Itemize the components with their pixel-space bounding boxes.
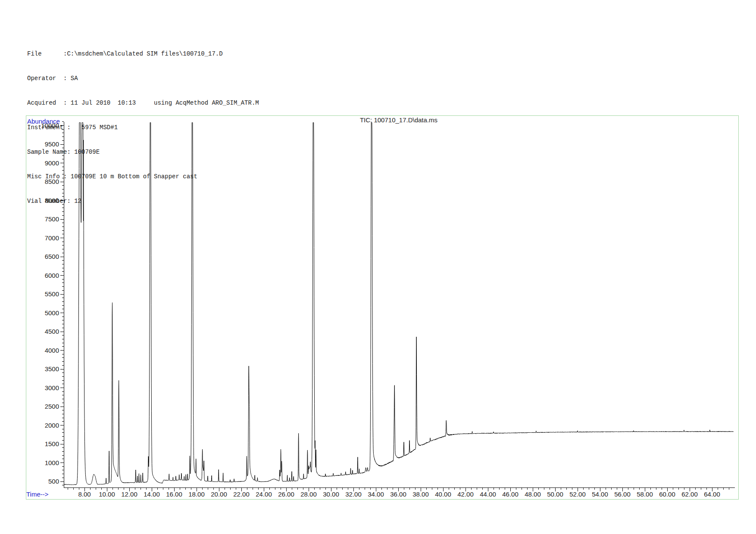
y-tick-label: 10000 (41, 122, 59, 129)
x-tick-label: 62.00 (681, 491, 698, 498)
x-tick-label: 18.00 (188, 491, 205, 498)
x-tick-label: 12.00 (121, 491, 137, 498)
x-tick-label: 52.00 (569, 491, 586, 498)
x-tick-label: 48.00 (525, 491, 541, 498)
x-tick-label: 28.00 (300, 491, 317, 498)
x-tick-label: 54.00 (592, 491, 608, 498)
x-tick-labels: 8.0010.0012.0014.0016.0018.0020.0022.002… (78, 491, 720, 498)
x-tick-label: 40.00 (435, 491, 451, 498)
y-tick-label: 9000 (45, 159, 59, 167)
y-tick-label: 7500 (45, 215, 59, 223)
chart-border-box (26, 115, 738, 499)
y-tick-label: 2000 (45, 422, 59, 429)
x-tick-label: 42.00 (457, 491, 474, 498)
x-tick-label: 20.00 (211, 491, 227, 498)
x-tick-label: 44.00 (480, 491, 496, 498)
x-tick-label: 8.00 (78, 491, 91, 498)
y-tick-label: 9500 (45, 140, 59, 148)
y-tick-label: 4500 (45, 328, 59, 335)
x-tick-label: 30.00 (323, 491, 339, 498)
y-tick-label: 2500 (45, 403, 59, 410)
x-tick-label: 32.00 (345, 491, 362, 498)
x-tick-label: 58.00 (637, 491, 653, 498)
x-tick-label: 24.00 (256, 491, 272, 498)
y-tick-label: 500 (48, 478, 59, 485)
axis-ticks (60, 122, 729, 491)
y-tick-label: 8500 (45, 178, 59, 185)
x-axis-caption: Time--> (26, 491, 49, 498)
y-tick-label: 1000 (45, 459, 59, 466)
tic-trace (64, 123, 733, 485)
x-tick-label: 26.00 (278, 491, 294, 498)
x-tick-label: 60.00 (659, 491, 675, 498)
chromatogram-chart: TIC: 100710_17.D\data.ms Abundance Time-… (0, 0, 756, 534)
y-tick-label: 6000 (45, 272, 59, 279)
x-tick-label: 50.00 (547, 491, 563, 498)
y-tick-label: 8000 (45, 197, 59, 204)
y-tick-label: 3000 (45, 384, 59, 391)
axes-lines (64, 122, 735, 487)
y-tick-label: 6500 (45, 253, 59, 260)
x-tick-label: 46.00 (502, 491, 519, 498)
x-tick-label: 22.00 (233, 491, 250, 498)
x-tick-label: 56.00 (614, 491, 631, 498)
y-tick-labels: 5001000150020002500300035004000450050005… (41, 122, 59, 485)
y-tick-label: 3500 (45, 365, 59, 373)
y-tick-label: 5000 (45, 309, 59, 317)
x-tick-label: 38.00 (412, 491, 429, 498)
y-tick-label: 7000 (45, 234, 59, 242)
tic-trace-path (64, 123, 733, 485)
x-tick-label: 34.00 (368, 491, 384, 498)
x-tick-label: 36.00 (390, 491, 406, 498)
x-tick-label: 16.00 (166, 491, 182, 498)
y-tick-label: 4000 (45, 347, 59, 354)
y-tick-label: 5500 (45, 290, 59, 298)
x-tick-label: 10.00 (99, 491, 115, 498)
x-tick-label: 14.00 (144, 491, 160, 498)
y-tick-label: 1500 (45, 440, 59, 447)
chemstation-report-page: File :C:\msdchem\Calculated SIM files\10… (0, 0, 756, 534)
x-tick-label: 64.00 (704, 491, 720, 498)
